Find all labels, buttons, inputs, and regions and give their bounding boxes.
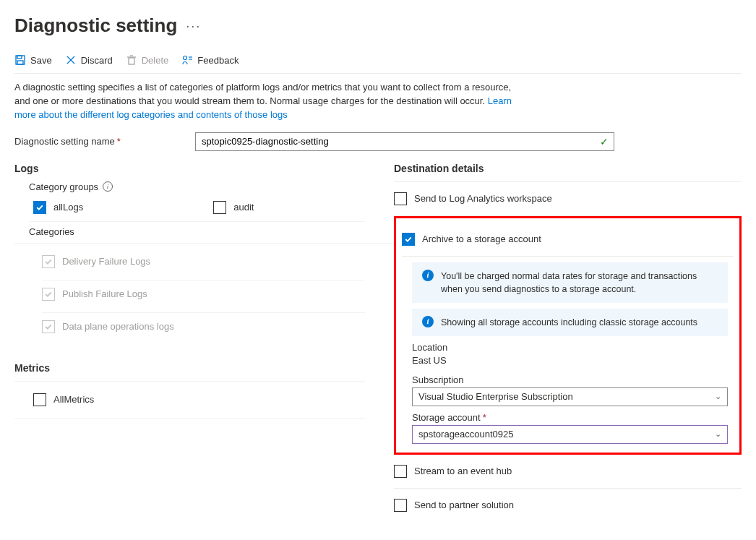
trash-icon (126, 54, 137, 66)
category-label: Data plane operations logs (62, 321, 174, 332)
alllogs-checkbox[interactable] (33, 201, 46, 214)
stream-eh-label: Stream to an event hub (414, 466, 512, 476)
intro-body: A diagnostic setting specifies a list of… (14, 82, 511, 106)
location-value: East US (412, 355, 728, 366)
category-label: Publish Failure Logs (62, 288, 147, 299)
close-icon (65, 54, 77, 66)
metrics-heading: Metrics (14, 362, 394, 374)
allmetrics-checkbox[interactable] (33, 393, 46, 406)
feedback-icon (181, 54, 193, 66)
page-title: Diagnostic setting (14, 14, 177, 37)
chevron-down-icon: ⌄ (715, 429, 721, 439)
info-icon: i (422, 316, 434, 327)
storage-account-select[interactable]: spstorageaccount0925 ⌄ (412, 425, 728, 444)
svg-point-8 (184, 56, 187, 60)
partner-checkbox[interactable] (394, 499, 407, 512)
storage-account-value: spstorageaccount0925 (418, 429, 514, 440)
chevron-down-icon: ⌄ (715, 392, 721, 401)
info-icon[interactable]: i (103, 181, 113, 192)
send-law-checkbox[interactable] (394, 192, 407, 205)
info-banner-text: You'll be charged normal data rates for … (441, 270, 718, 296)
svg-rect-5 (129, 58, 134, 64)
category-groups-label: Category groups i (29, 181, 394, 192)
subscription-select[interactable]: Visual Studio Enterprise Subscription ⌄ (412, 387, 728, 406)
category-checkbox (42, 288, 55, 301)
info-banner-accounts: i Showing all storage accounts including… (412, 309, 728, 336)
category-label: Delivery Failure Logs (62, 256, 150, 267)
archive-storage-checkbox[interactable] (402, 233, 415, 246)
save-label: Save (30, 55, 52, 66)
audit-label: audit (233, 202, 254, 213)
archive-storage-label: Archive to a storage account (422, 233, 541, 244)
location-label: Location (412, 342, 728, 353)
allmetrics-label: AllMetrics (53, 394, 94, 405)
subscription-value: Visual Studio Enterprise Subscription (418, 391, 573, 402)
info-icon: i (422, 270, 434, 281)
alllogs-label: allLogs (53, 202, 83, 213)
subscription-label: Subscription (412, 374, 728, 385)
audit-checkbox[interactable] (213, 201, 226, 214)
delete-button: Delete (126, 54, 169, 66)
logs-heading: Logs (14, 163, 394, 174)
setting-name-input[interactable] (195, 132, 614, 151)
feedback-label: Feedback (197, 55, 239, 66)
discard-button[interactable]: Discard (65, 54, 113, 66)
save-button[interactable]: Save (14, 54, 52, 66)
discard-label: Discard (81, 55, 113, 66)
svg-rect-2 (17, 61, 23, 64)
save-icon (14, 54, 26, 66)
destination-heading: Destination details (394, 163, 742, 174)
info-banner-charges: i You'll be charged normal data rates fo… (412, 262, 728, 303)
categories-label: Categories (29, 226, 394, 237)
info-banner-text: Showing all storage accounts including c… (441, 316, 697, 329)
check-icon: ✓ (600, 136, 609, 147)
svg-rect-1 (17, 56, 22, 59)
category-checkbox (42, 255, 55, 268)
archive-highlight-box: Archive to a storage account i You'll be… (394, 216, 742, 455)
feedback-button[interactable]: Feedback (181, 54, 239, 66)
stream-eh-checkbox[interactable] (394, 465, 407, 478)
send-law-label: Send to Log Analytics workspace (414, 193, 552, 204)
setting-name-label: Diagnostic setting name* (14, 136, 195, 147)
more-actions-icon[interactable]: ··· (186, 20, 201, 33)
partner-label: Send to partner solution (414, 500, 514, 510)
storage-account-label: Storage account* (412, 412, 728, 423)
delete-label: Delete (142, 55, 169, 66)
intro-text: A diagnostic setting specifies a list of… (14, 81, 520, 122)
toolbar: Save Discard Delete Feedback (14, 54, 742, 74)
category-checkbox (42, 320, 55, 333)
